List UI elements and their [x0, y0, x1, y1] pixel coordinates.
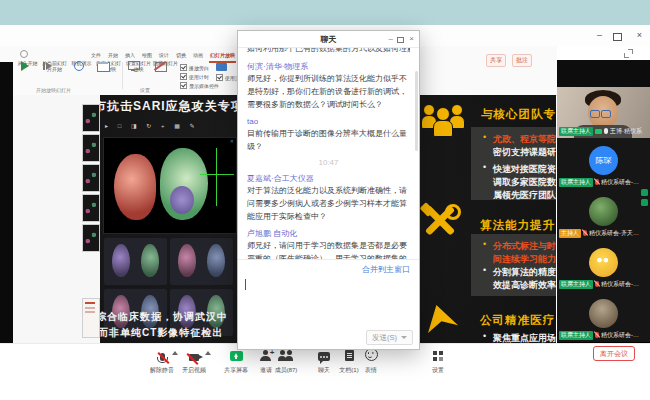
bullet-dot-icon: •	[483, 132, 486, 142]
chat-sender[interactable]: tao	[247, 116, 410, 127]
arrow-icon	[428, 305, 458, 333]
lung-render-left	[114, 154, 156, 220]
emoji-button[interactable]: 表情	[353, 347, 389, 375]
maximize-icon[interactable]	[613, 33, 622, 41]
mic-muted-icon	[595, 332, 599, 338]
settings-button[interactable]: 设置	[420, 347, 456, 375]
slide-thumbnail[interactable]	[82, 134, 100, 162]
slide-bullet: 尤政、程京等院士	[493, 133, 556, 146]
slide-bullet: 属领先医疗团队协	[493, 189, 556, 202]
close-icon[interactable]: ✕	[230, 138, 234, 144]
custom-slideshow-button[interactable]: 自定义幻灯片放映	[95, 61, 122, 72]
merge-to-main-window-link[interactable]: 合并到主窗口	[362, 264, 410, 275]
minimize-icon[interactable]: –	[389, 34, 393, 44]
cohost-badge: 联席主持人	[559, 127, 593, 136]
setup-slideshow-button[interactable]: 设置幻灯片放映	[125, 61, 152, 72]
participant-tile[interactable]: 联席主持人 精仪系研会-…	[557, 291, 650, 343]
from-beginning-button[interactable]: 从头开始	[14, 61, 41, 72]
chat-sender[interactable]: 夏嘉斌·合工大仪器	[247, 173, 410, 184]
participants-panel: 联席主持人 王博·精仪系 陈琛 联席主持人 精仪系研会-… 主持人 精仪系研会-…	[557, 46, 650, 343]
slide-bullet: 间连续学习能力提	[493, 253, 556, 266]
participant-name: 精仪系研会-…	[601, 331, 649, 340]
slide-thumbnail[interactable]	[82, 298, 100, 338]
participant-tile[interactable]: 主持人 精仪系研会-齐天…	[557, 189, 650, 241]
slide-bullet: 调取多家医院数据	[493, 176, 556, 189]
close-icon[interactable]: ×	[409, 34, 414, 44]
chat-timestamp: 10:47	[247, 158, 410, 168]
minimize-icon[interactable]: –	[597, 29, 602, 41]
chat-message: 师兄好，你提到所训练的算法泛化能力似乎不是特别好，那你们在新的设备进行新的调试，…	[247, 72, 410, 111]
ct-slice	[103, 237, 168, 286]
expand-icon[interactable]	[624, 49, 633, 58]
presenter-monitor-icon	[216, 63, 227, 71]
maximize-icon[interactable]	[397, 37, 404, 43]
mic-muted-icon	[160, 353, 165, 361]
host-badge: 主持人	[559, 229, 581, 238]
viewer-toolbar-icons[interactable]: ▸ □ ◨ ↻ + ▦ ✎	[105, 122, 199, 129]
chevron-down-icon[interactable]	[401, 336, 407, 339]
tools-icon	[420, 203, 462, 239]
screen-share-icon	[230, 351, 243, 361]
participant-name: 精仪系研会-…	[601, 178, 649, 187]
show-media-controls-checkbox[interactable]: 显示媒体控件	[180, 81, 219, 90]
bullet-dot-icon: •	[483, 331, 486, 341]
members-icon	[279, 350, 293, 361]
members-button[interactable]: 成员(87)	[268, 347, 304, 375]
participant-tile[interactable]: 联席主持人 王博·精仪系	[557, 87, 650, 139]
quick-access-icon[interactable]	[20, 50, 28, 58]
participant-tile[interactable]: 联席主持人 精仪系研会-…	[557, 240, 650, 292]
mic-muted-icon	[583, 230, 587, 236]
chat-titlebar[interactable]: 聊天 – ×	[238, 31, 419, 48]
ribbon-group-setup: 设置幻灯片放映 隐藏幻灯片	[125, 61, 179, 72]
participant-name: 王博·精仪系	[610, 127, 649, 136]
checkbox-icon	[180, 64, 187, 71]
slide-thumbnail-pane	[13, 95, 101, 343]
bullet-dot-icon: •	[483, 162, 486, 172]
slide-thumbnail[interactable]	[82, 224, 100, 252]
status-indicator	[641, 199, 648, 206]
chat-message-list[interactable]: 如何利用那个已有的数据集的方式以及如何理解？ 何滨·清华·物理系 师兄好，你提到…	[238, 48, 419, 259]
checkbox-icon	[180, 73, 187, 80]
chat-icon	[318, 352, 330, 361]
avatar	[589, 197, 618, 226]
mic-icon	[604, 128, 608, 134]
slide-section-heading: 公司精准医疗	[480, 313, 555, 328]
participant-tile[interactable]: 陈琛 联席主持人 精仪系研会-…	[557, 138, 650, 190]
people-icon	[420, 101, 466, 139]
slide-bullet: 聚焦重点应用场景	[493, 332, 556, 343]
chat-message: 师兄好，请问用于学习的数据集是否都是必要严重的（医生能确诊），用于学习的数据集的…	[247, 239, 410, 259]
slide-thumbnail[interactable]	[82, 104, 100, 132]
slide-thumbnail[interactable]	[82, 194, 100, 222]
use-timings-checkbox[interactable]: 使用计时	[180, 72, 219, 81]
mic-muted-icon	[595, 179, 599, 185]
chat-sender[interactable]: 何滨·清华·物理系	[247, 61, 410, 72]
ribbon-tab-slideshow-active[interactable]: 幻灯片放映	[209, 50, 236, 63]
avatar: 陈琛	[589, 146, 618, 175]
slide-bullet: 密切支持课题研究	[493, 146, 556, 159]
send-button[interactable]: 发送(S)	[366, 330, 413, 345]
chat-window: 聊天 – × 如何利用那个已有的数据集的方式以及如何理解？ 何滨·清华·物理系 …	[237, 30, 420, 350]
close-icon[interactable]: ×	[637, 29, 642, 41]
chat-sender[interactable]: 卢旭鹏 自动化	[247, 228, 410, 239]
ribbon-group-divider	[122, 62, 123, 89]
chevron-up-icon[interactable]	[205, 351, 211, 355]
slide-section-heading: 与核心团队专家	[481, 107, 556, 122]
avatar	[589, 299, 618, 328]
present-online-button[interactable]: 联机演示	[68, 61, 95, 72]
hide-slide-button[interactable]: 隐藏幻灯片	[152, 61, 179, 72]
slide-section-heading: 算法能力提升	[480, 218, 555, 233]
from-current-slide-button[interactable]: 从当前幻灯片开始	[41, 61, 68, 72]
cohost-badge: 联席主持人	[559, 280, 593, 289]
ribbon-tab[interactable]: 动画	[192, 50, 204, 63]
participant-name: 精仪系研会-…	[601, 280, 649, 289]
ct-slice	[169, 237, 234, 286]
cohost-badge: 联席主持人	[559, 178, 593, 187]
share-button[interactable]: 共享	[486, 54, 506, 67]
slide-thumbnail[interactable]	[82, 164, 100, 192]
leave-meeting-button[interactable]: 离开会议	[593, 346, 635, 361]
apps-grid-icon	[433, 351, 443, 361]
annotate-button[interactable]: 批注	[512, 54, 532, 67]
scrollbar[interactable]	[415, 71, 418, 151]
chat-message: 目前传输用于诊断的图像分辨率大概是什么量级？	[247, 127, 410, 153]
play-narration-checkbox[interactable]: 播放旁白	[180, 63, 219, 72]
